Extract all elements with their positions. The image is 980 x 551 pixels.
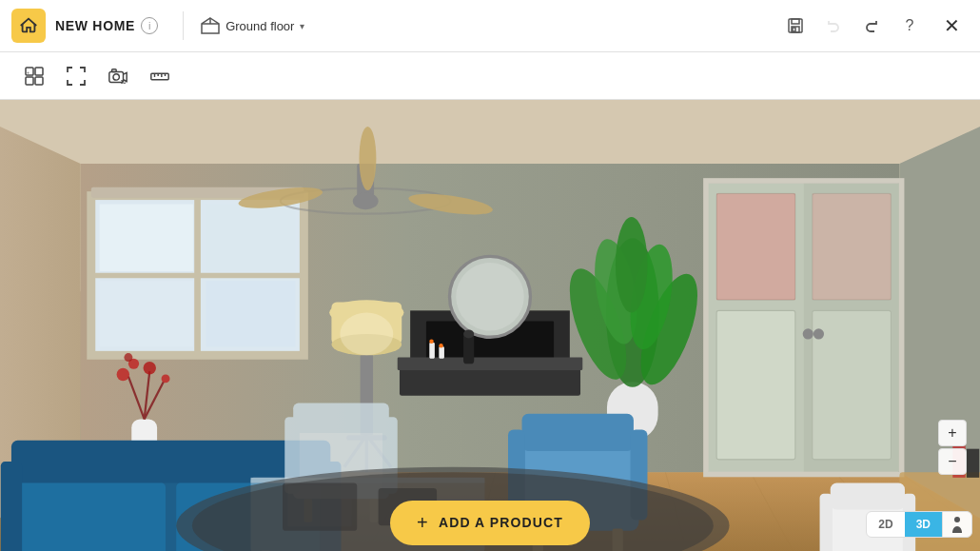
svg-point-101 [144, 362, 156, 374]
svg-rect-10 [35, 77, 43, 85]
redo-button[interactable] [854, 9, 889, 43]
main-3d-view[interactable]: + ADD A PRODUCT + − 2D 3D [0, 100, 980, 551]
svg-rect-63 [429, 343, 435, 359]
svg-rect-47 [206, 205, 296, 271]
zoom-in-button[interactable]: + [938, 420, 967, 446]
close-button[interactable]: ✕ [934, 9, 969, 43]
toolbar-separator [183, 11, 184, 40]
view-mode-2d-button[interactable]: 2D [867, 512, 904, 537]
svg-point-149 [954, 517, 960, 522]
save-button[interactable] [778, 9, 813, 43]
info-button[interactable]: i [141, 17, 158, 34]
svg-rect-46 [100, 205, 193, 271]
svg-point-65 [429, 340, 433, 344]
second-toolbar: + 3D [0, 52, 980, 100]
floor-icon [201, 17, 220, 34]
chevron-down-icon: ▾ [300, 21, 304, 31]
toolbar-right: ? ✕ [778, 9, 969, 43]
add-product-label: ADD A PRODUCT [439, 515, 563, 530]
svg-text:3D: 3D [121, 80, 127, 85]
room-scene [0, 100, 980, 551]
svg-point-73 [803, 328, 813, 339]
view-mode-3d-button[interactable]: 3D [905, 512, 942, 537]
camera3d-button[interactable]: 3D [99, 57, 137, 95]
svg-rect-64 [439, 346, 444, 358]
svg-rect-9 [26, 77, 33, 85]
svg-rect-147 [463, 334, 474, 364]
top-toolbar: NEW HOME i Ground floor ▾ [0, 0, 980, 52]
ruler-button[interactable] [141, 57, 179, 95]
svg-point-84 [616, 217, 648, 313]
svg-point-62 [456, 263, 524, 331]
svg-rect-76 [813, 193, 892, 300]
svg-rect-107 [11, 441, 330, 483]
fullscreen-button[interactable] [57, 57, 95, 95]
view-mode-person-button[interactable] [942, 512, 971, 537]
app-logo [11, 9, 46, 43]
svg-rect-75 [716, 193, 795, 300]
help-button[interactable]: ? [892, 9, 927, 43]
floor-selector[interactable]: Ground floor ▾ [193, 13, 312, 38]
zoom-out-button[interactable]: − [938, 448, 967, 475]
svg-point-103 [124, 353, 132, 362]
svg-rect-16 [151, 73, 168, 79]
svg-rect-70 [716, 310, 795, 460]
svg-rect-8 [35, 68, 43, 75]
svg-rect-115 [293, 403, 389, 433]
svg-point-99 [117, 368, 129, 381]
svg-rect-72 [813, 310, 892, 460]
svg-point-13 [113, 73, 119, 79]
undo-button[interactable] [816, 9, 851, 43]
svg-rect-60 [398, 358, 583, 370]
svg-text:+: + [27, 69, 29, 75]
svg-point-56 [359, 127, 376, 190]
view-mode-toggle: 2D 3D [866, 511, 972, 538]
zoom-controls: + − [938, 420, 967, 475]
svg-rect-14 [112, 69, 117, 71]
svg-rect-6 [793, 28, 795, 31]
svg-point-148 [463, 329, 474, 338]
svg-rect-48 [100, 281, 193, 346]
svg-rect-49 [206, 281, 296, 346]
svg-point-74 [813, 328, 824, 339]
svg-rect-121 [522, 414, 634, 451]
plus-icon: + [417, 512, 429, 534]
svg-rect-146 [967, 449, 979, 478]
svg-point-93 [340, 313, 393, 356]
floor-label: Ground floor [225, 19, 294, 33]
bottom-bar: + ADD A PRODUCT [0, 494, 980, 551]
grid-view-button[interactable]: + [15, 57, 53, 95]
add-product-button[interactable]: + ADD A PRODUCT [390, 501, 590, 545]
app-title: NEW HOME [55, 18, 135, 33]
svg-rect-4 [792, 19, 799, 24]
svg-point-53 [353, 192, 379, 209]
svg-point-66 [439, 344, 442, 347]
svg-point-102 [162, 374, 170, 383]
